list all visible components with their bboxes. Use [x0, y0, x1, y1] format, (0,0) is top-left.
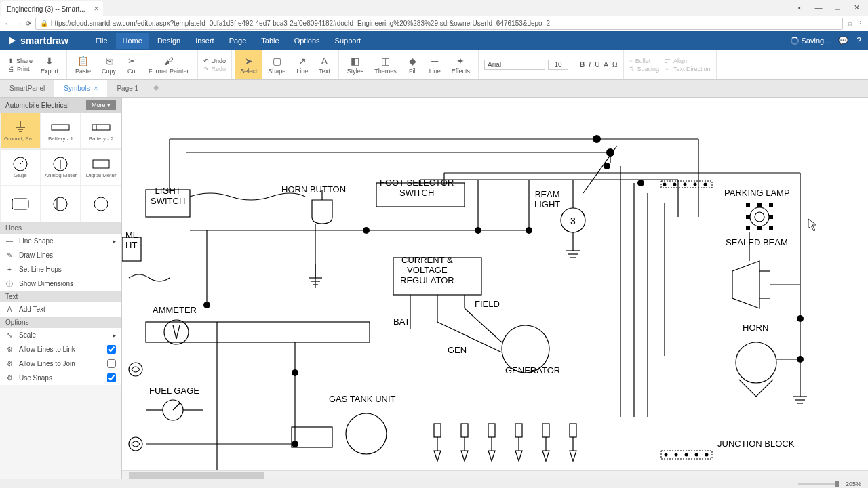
- redo-button[interactable]: ↷ Redo: [203, 66, 226, 73]
- symbol-misc1[interactable]: [0, 186, 41, 222]
- more-button[interactable]: More ▾: [86, 100, 116, 110]
- text-direction-button[interactable]: ↔ Text Direction: [665, 66, 711, 73]
- add-text-option[interactable]: AAdd Text: [0, 302, 121, 317]
- menu-options[interactable]: Options: [288, 33, 327, 49]
- chat-icon[interactable]: 💬: [838, 36, 848, 45]
- text-tool[interactable]: AText: [313, 50, 336, 79]
- user-menu-icon[interactable]: ▪: [791, 1, 808, 14]
- share-button[interactable]: ⬆ Share: [8, 58, 33, 64]
- symbol-battery1[interactable]: Battery - 1: [41, 113, 81, 149]
- tab-symbols[interactable]: Symbols×: [54, 80, 107, 97]
- close-tab-icon[interactable]: ×: [94, 4, 99, 14]
- font-size-select[interactable]: 10: [548, 60, 568, 70]
- svg-rect-112: [434, 424, 441, 437]
- brand: smartdraw: [20, 35, 68, 46]
- line-hops-option[interactable]: +Set Line Hops: [0, 262, 121, 277]
- allow-link-option[interactable]: ⚙Allow Lines to Link: [0, 342, 121, 357]
- svg-rect-64: [746, 226, 750, 230]
- line-shape-option[interactable]: —Line Shape▸: [0, 234, 121, 248]
- maximize-icon[interactable]: ☐: [829, 1, 846, 14]
- format-painter-button[interactable]: 🖌Format Painter: [143, 50, 195, 79]
- use-snaps-checkbox[interactable]: [107, 373, 116, 382]
- canvas[interactable]: 3: [122, 98, 868, 479]
- print-button[interactable]: 🖨 Print: [8, 66, 33, 73]
- symbol-digital-meter[interactable]: Digital Meter: [81, 149, 121, 186]
- svg-rect-96: [146, 322, 370, 342]
- symbol-misc2[interactable]: [41, 186, 81, 222]
- address-bar[interactable]: 🔒 https://cloud.smartdraw.com/editor.asp…: [35, 18, 843, 30]
- paste-button[interactable]: 📋Paste: [70, 50, 96, 79]
- add-page-button[interactable]: ⊕: [148, 80, 164, 97]
- tab-page1[interactable]: Page 1: [107, 80, 148, 97]
- menu-page[interactable]: Page: [222, 33, 254, 49]
- menu-file[interactable]: File: [89, 33, 115, 49]
- symbol-ground[interactable]: Ground, Ea...: [0, 113, 41, 149]
- font-select[interactable]: Arial: [484, 60, 545, 70]
- menu-support[interactable]: Support: [328, 33, 368, 49]
- bold-button[interactable]: B: [580, 61, 585, 68]
- undo-button[interactable]: ↶ Undo: [203, 58, 226, 64]
- show-dimensions-option[interactable]: ⓘShow Dimensions: [0, 277, 121, 291]
- zoom-slider[interactable]: [798, 483, 839, 485]
- fill-button[interactable]: ◆Fill: [402, 50, 424, 79]
- allow-join-checkbox[interactable]: [107, 359, 116, 368]
- svg-point-48: [593, 135, 601, 143]
- svg-point-68: [663, 183, 667, 186]
- ribbon: ⬆ Share 🖨 Print ⬇Export 📋Paste ⎘Copy ✂Cu…: [0, 50, 868, 80]
- minimize-icon[interactable]: —: [810, 1, 827, 14]
- select-tool[interactable]: ➤Select: [235, 50, 262, 79]
- menu-design[interactable]: Design: [151, 33, 187, 49]
- menu-insert[interactable]: Insert: [189, 33, 221, 49]
- scale-option[interactable]: ⤡Scale▸: [0, 328, 121, 342]
- align-button[interactable]: ⫍ Align: [665, 58, 711, 64]
- forward-icon[interactable]: →: [15, 20, 22, 27]
- copy-button[interactable]: ⎘Copy: [96, 50, 121, 79]
- allow-link-checkbox[interactable]: [107, 345, 116, 354]
- horizontal-scrollbar[interactable]: [122, 470, 868, 479]
- pencil-icon: ✎: [5, 251, 14, 260]
- symbol-gage[interactable]: Gage: [0, 149, 41, 186]
- close-window-icon[interactable]: ✕: [848, 1, 865, 14]
- themes-button[interactable]: ◫Themes: [369, 50, 402, 79]
- menu-table[interactable]: Table: [254, 33, 285, 49]
- svg-rect-120: [542, 424, 549, 437]
- symbol-misc3[interactable]: [81, 186, 121, 222]
- svg-rect-66: [769, 226, 773, 230]
- label-horn: HORN: [743, 323, 768, 333]
- help-icon[interactable]: ?: [856, 36, 861, 45]
- menu-home[interactable]: Home: [116, 33, 149, 49]
- underline-button[interactable]: U: [595, 61, 599, 68]
- effects-button[interactable]: ✦Effects: [446, 50, 475, 79]
- draw-lines-option[interactable]: ✎Draw Lines: [0, 248, 121, 262]
- export-button[interactable]: ⬇Export: [35, 50, 64, 79]
- gear-icon: ⚙: [5, 374, 14, 382]
- font-color-button[interactable]: A: [604, 61, 608, 68]
- reload-icon[interactable]: ⟳: [26, 20, 31, 27]
- bullet-button[interactable]: ≡ Bullet: [629, 58, 660, 64]
- star-icon[interactable]: ☆: [847, 20, 853, 27]
- styles-button[interactable]: ◧Styles: [342, 50, 370, 79]
- label-field: FIELD: [475, 299, 500, 309]
- tab-smartpanel[interactable]: SmartPanel: [0, 80, 54, 97]
- svg-rect-62: [746, 215, 750, 219]
- label-generator: GENERATOR: [505, 365, 560, 375]
- line-tool[interactable]: ↗Line: [291, 50, 313, 79]
- symbol-analog-meter[interactable]: Analog Meter: [41, 149, 81, 186]
- italic-button[interactable]: I: [589, 61, 591, 68]
- line-style-button[interactable]: ─Line: [424, 50, 446, 79]
- label-foot-selector: FOOT SELECTOR SWITCH: [380, 178, 454, 198]
- shape-tool[interactable]: ▢Shape: [262, 50, 291, 79]
- browser-tab[interactable]: Engineering (3) -- Smart... ×: [1, 1, 103, 16]
- tab-title: Engineering (3) -- Smart...: [7, 5, 85, 13]
- menu-icon[interactable]: ⋮: [857, 20, 864, 27]
- symbol-battery2[interactable]: Battery - 2: [81, 113, 121, 149]
- logo[interactable]: smartdraw: [7, 35, 68, 46]
- back-icon[interactable]: ←: [4, 20, 11, 27]
- use-snaps-option[interactable]: ⚙Use Snaps: [0, 371, 121, 385]
- cut-button[interactable]: ✂Cut: [121, 50, 143, 79]
- symbol-insert-button[interactable]: Ω: [612, 61, 617, 68]
- close-tab-icon[interactable]: ×: [94, 85, 98, 92]
- svg-point-58: [755, 212, 764, 222]
- spacing-button[interactable]: ⇅ Spacing: [629, 66, 660, 73]
- allow-join-option[interactable]: ⚙Allow Lines to Join: [0, 357, 121, 371]
